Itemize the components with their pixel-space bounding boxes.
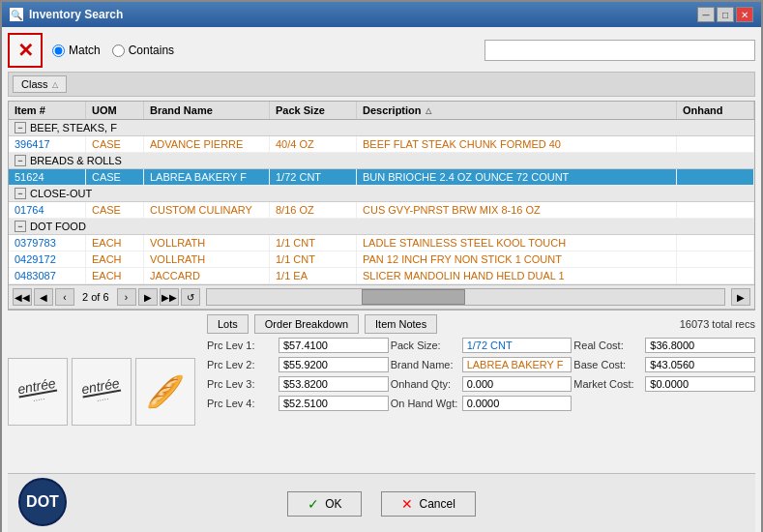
- desc-sort-icon: △: [426, 106, 431, 115]
- desc-cell: SLICER MANDOLIN HAND HELD DUAL 1: [357, 268, 677, 283]
- prc-lev-1-row: Prc Lev 1: $57.4100: [207, 338, 389, 353]
- onhand-cell: [677, 235, 754, 251]
- class-filter-button[interactable]: Class △: [13, 75, 67, 93]
- image-box-3: 🥖: [135, 358, 195, 426]
- minimize-button[interactable]: ─: [697, 7, 715, 22]
- group-dotfood: − DOT FOOD: [9, 219, 754, 235]
- market-cost-row: Market Cost: $0.0000: [573, 376, 755, 392]
- col-brand: Brand Name: [144, 102, 270, 119]
- detail-fields: Prc Lev 1: $57.4100 Prc Lev 2: $55.9200 …: [207, 338, 755, 413]
- col-pack: Pack Size: [270, 102, 357, 119]
- prev-prev-button[interactable]: ◀: [34, 288, 53, 306]
- uom-cell: CASE: [86, 202, 144, 218]
- prc-lev-3-value: $53.8200: [279, 376, 389, 392]
- base-cost-value: $43.0560: [645, 357, 755, 372]
- detail-toolbar: Lots Order Breakdown Item Notes 16073 to…: [207, 314, 755, 334]
- item-num-cell: 0483087: [9, 268, 86, 283]
- desc-cell: BUN BRIOCHE 2.4 OZ OUNCE 72 COUNT: [357, 169, 677, 185]
- scroll-right-button[interactable]: ▶: [731, 288, 750, 306]
- group-beef: − BEEF, STEAKS, F: [9, 120, 754, 136]
- table-body: − BEEF, STEAKS, F 396417 CASE ADVANCE PI…: [9, 120, 754, 284]
- page-info: 2 of 6: [76, 291, 115, 303]
- search-input[interactable]: [484, 40, 755, 61]
- ok-check-icon: ✓: [308, 496, 319, 512]
- desc-cell: BEEF FLAT STEAK CHUNK FORMED 40: [357, 136, 677, 152]
- table-row[interactable]: 01764 CASE CUSTOM CULINARY 8/16 OZ CUS G…: [9, 202, 754, 219]
- next-button[interactable]: ›: [117, 288, 136, 306]
- lots-button[interactable]: Lots: [207, 314, 249, 334]
- dot-logo: DOT: [18, 478, 67, 526]
- brand-cell: VOLLRATH: [144, 235, 270, 251]
- group-collapse-beef[interactable]: −: [15, 122, 26, 133]
- pack-cell: 1/1 CNT: [270, 251, 357, 267]
- ok-label: OK: [325, 497, 341, 511]
- market-cost-label: Market Cost:: [573, 378, 641, 390]
- table-row[interactable]: 0429172 EACH VOLLRATH 1/1 CNT PAN 12 INC…: [9, 251, 754, 268]
- last-page-button[interactable]: ▶▶: [160, 288, 179, 306]
- item-notes-button[interactable]: Item Notes: [365, 314, 437, 334]
- pack-cell: 1/72 CNT: [270, 169, 357, 185]
- table-row[interactable]: 0483087 EACH JACCARD 1/1 EA SLICER MANDO…: [9, 268, 754, 284]
- footer: DOT ✓ OK ✕ Cancel: [8, 473, 755, 532]
- entree-logo-1: entrée ·····: [16, 376, 59, 407]
- prc-lev-4-label: Prc Lev 4:: [207, 398, 275, 409]
- detail-panel: Lots Order Breakdown Item Notes 16073 to…: [207, 314, 755, 469]
- horizontal-scrollbar[interactable]: [206, 288, 725, 306]
- table-row[interactable]: 0379783 EACH VOLLRATH 1/1 CNT LADLE STAI…: [9, 235, 754, 251]
- group-collapse-dotfood[interactable]: −: [15, 221, 26, 232]
- contains-radio-label[interactable]: Contains: [112, 44, 174, 57]
- group-collapse-breads[interactable]: −: [15, 155, 26, 166]
- window-close-button[interactable]: ✕: [736, 7, 753, 22]
- uom-cell: EACH: [86, 268, 144, 283]
- toolbar: ✕ Match Contains: [8, 33, 755, 68]
- brand-name-value: LABREA BAKERY F: [462, 357, 572, 372]
- cancel-button[interactable]: ✕ Cancel: [381, 491, 475, 517]
- prc-lev-1-value: $57.4100: [279, 338, 389, 353]
- maximize-button[interactable]: □: [717, 7, 734, 22]
- entree-logo-2: entrée ·····: [80, 376, 123, 407]
- match-radio-label[interactable]: Match: [52, 44, 101, 57]
- onhand-qty-value: 0.000: [462, 376, 572, 392]
- uom-cell: EACH: [86, 235, 144, 251]
- onhand-cell: [677, 251, 754, 267]
- next-next-button[interactable]: ▶: [138, 288, 158, 306]
- sort-arrow-icon: △: [52, 80, 58, 89]
- refresh-button[interactable]: ↺: [181, 288, 200, 306]
- first-page-button[interactable]: ◀◀: [13, 288, 32, 306]
- bottom-panel: entrée ····· entrée ····· 🥖 Lots: [8, 314, 755, 469]
- images-panel: entrée ····· entrée ····· 🥖: [8, 314, 201, 469]
- image-box-2: entrée ·····: [72, 358, 132, 426]
- ok-button[interactable]: ✓ OK: [287, 491, 362, 517]
- table-row[interactable]: 396417 CASE ADVANCE PIERRE 40/4 OZ BEEF …: [9, 136, 754, 153]
- contains-radio[interactable]: [112, 44, 125, 57]
- search-mode-group: Match Contains: [52, 44, 174, 57]
- group-collapse-closeout[interactable]: −: [15, 188, 26, 199]
- pack-cell: 1/1 CNT: [270, 235, 357, 251]
- base-cost-label: Base Cost:: [573, 359, 641, 370]
- tool-close-button[interactable]: ✕: [8, 33, 43, 68]
- prc-lev-2-row: Prc Lev 2: $55.9200: [207, 357, 389, 372]
- table-header: Item # UOM Brand Name Pack Size Descript…: [9, 102, 754, 120]
- order-breakdown-button[interactable]: Order Breakdown: [254, 314, 359, 334]
- prc-lev-2-value: $55.9200: [279, 357, 389, 372]
- brand-cell: JACCARD: [144, 268, 270, 283]
- match-label: Match: [69, 44, 101, 57]
- app-icon: 🔍: [10, 8, 23, 21]
- uom-cell: CASE: [86, 169, 144, 185]
- match-radio[interactable]: [52, 44, 65, 57]
- onhand-cell: [677, 202, 754, 218]
- item-num-cell: 0379783: [9, 235, 86, 251]
- pack-size-value: 1/72 CNT: [462, 338, 572, 353]
- onhand-wgt-label: On Hand Wgt:: [391, 398, 458, 409]
- pack-cell: 1/1 EA: [270, 268, 357, 283]
- class-label: Class: [21, 78, 48, 90]
- brand-name-row: Brand Name: LABREA BAKERY F: [391, 357, 572, 372]
- table-row[interactable]: 51624 CASE LABREA BAKERY F 1/72 CNT BUN …: [9, 169, 754, 186]
- onhand-wgt-value: 0.0000: [462, 396, 572, 411]
- title-buttons: ─ □ ✕: [697, 7, 753, 22]
- item-num-cell: 0429172: [9, 251, 86, 267]
- uom-cell: EACH: [86, 251, 144, 267]
- item-num-cell: 396417: [9, 136, 86, 152]
- main-window: 🔍 Inventory Search ─ □ ✕ ✕ Match Contain…: [0, 0, 763, 532]
- prev-button[interactable]: ‹: [55, 288, 74, 306]
